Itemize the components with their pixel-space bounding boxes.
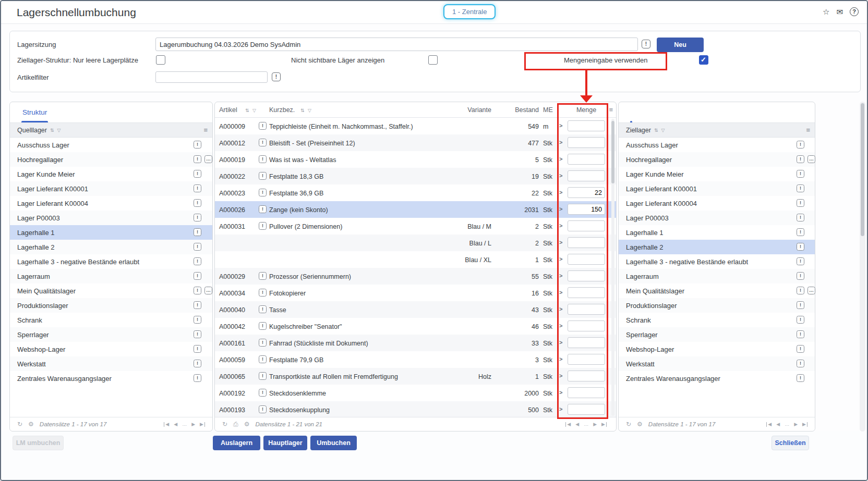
mail-icon[interactable]: ✉ — [836, 8, 843, 16]
storage-bin-info-icon[interactable]: ! — [194, 374, 201, 382]
umbuchen-button[interactable]: Umbuchen — [310, 436, 357, 450]
storage-bin-info-icon[interactable]: ! — [194, 272, 201, 280]
artikelfilter-info-icon[interactable]: ! — [272, 72, 281, 81]
warehouse-row[interactable]: Lagerhalle 2 ! — [10, 240, 212, 254]
warehouse-row[interactable]: Zentrales Warenausgangslager ! — [10, 371, 212, 386]
warehouse-row[interactable]: Sperrlager ! — [619, 327, 815, 342]
hauptlager-button[interactable]: Hauptlager — [263, 436, 307, 450]
article-info-icon[interactable]: ! — [259, 189, 267, 196]
menge-input[interactable] — [568, 254, 605, 265]
warehouse-row[interactable]: Webshop-Lager ! — [619, 342, 815, 356]
warehouse-row[interactable]: Lagerhalle 3 - negative Bestände erlaubt… — [619, 254, 815, 269]
storage-bin-info-icon[interactable]: ! — [194, 316, 201, 324]
menge-input[interactable] — [568, 187, 605, 198]
article-info-icon[interactable]: ! — [259, 372, 267, 380]
first-page-icon[interactable]: ◀ — [766, 422, 771, 427]
storage-bin-info-icon[interactable]: ! — [194, 141, 201, 149]
storage-bin-info-icon[interactable]: ! — [797, 360, 804, 367]
article-info-icon[interactable]: ! — [259, 405, 267, 413]
article-row[interactable]: A000161 ! Fahrrad (Stückliste mit Dokume… — [215, 335, 616, 351]
storage-bin-info-icon[interactable]: ! — [797, 170, 804, 178]
article-row[interactable]: A000022 ! Festplatte 18,3 GB 19 Stk > — [215, 168, 616, 184]
last-page-icon[interactable]: ▶ — [601, 422, 607, 427]
warehouse-row[interactable]: Lagerhalle 1 ! — [10, 225, 212, 240]
storage-bin-info-icon[interactable]: ! — [194, 170, 201, 178]
article-row[interactable]: A000065 ! Transportkiste auf Rollen mit … — [215, 368, 616, 385]
menge-input[interactable] — [568, 154, 605, 165]
warehouse-row[interactable]: Lagerhalle 3 - negative Bestände erlaubt… — [10, 254, 212, 269]
next-page-icon[interactable]: ▶ — [794, 422, 798, 427]
more-pages-icon[interactable]: … — [584, 422, 588, 427]
scrollbar-thumb[interactable] — [611, 121, 614, 183]
storage-bin-info-icon[interactable]: ! — [194, 243, 201, 251]
warehouse-row[interactable]: Mein Qualitätslager ! … — [619, 283, 815, 298]
column-menu-icon[interactable]: ≡ — [203, 126, 208, 134]
storage-bin-info-icon[interactable]: ! — [797, 155, 804, 163]
tab-struktur-quelllager[interactable]: Struktur — [22, 102, 47, 122]
storage-bin-info-icon[interactable]: ! — [797, 330, 804, 338]
storage-bin-info-icon[interactable]: ! — [797, 257, 804, 265]
article-row[interactable]: A000026 ! Zange (kein Skonto) 2031 Stk > — [215, 201, 616, 218]
article-row[interactable]: Blau / XL 1 Stk > — [215, 251, 616, 268]
storage-bin-info-icon[interactable]: ! — [194, 301, 201, 309]
storage-bin-info-icon[interactable]: ! — [797, 243, 804, 251]
storage-bin-info-icon[interactable]: ! — [797, 199, 804, 207]
menge-input[interactable] — [568, 237, 605, 248]
article-info-icon[interactable]: ! — [259, 339, 267, 347]
article-info-icon[interactable]: ! — [259, 289, 267, 297]
warehouse-row[interactable]: Werkstatt ! — [619, 356, 815, 371]
warehouse-row[interactable]: Hochregallager ! … — [619, 152, 815, 167]
gear-icon[interactable]: ⚙ — [28, 421, 34, 427]
menge-input[interactable] — [568, 404, 605, 415]
article-row[interactable]: A000023 ! Festplatte 36,9 GB 22 Stk > — [215, 184, 616, 201]
next-page-icon[interactable]: ▶ — [191, 422, 195, 427]
warehouse-row[interactable]: Produktionslager ! — [619, 298, 815, 313]
warehouse-row[interactable]: Schrank ! — [10, 313, 212, 327]
warehouse-row[interactable]: Lager Lieferant K00001 ! — [10, 181, 212, 196]
printer-icon[interactable]: ⎙ — [233, 421, 238, 427]
storage-bin-info-icon[interactable]: ! — [194, 330, 201, 338]
menge-input[interactable] — [568, 270, 605, 281]
warehouse-row[interactable]: Webshop-Lager ! — [10, 342, 212, 356]
mengeneingabe-checkbox[interactable] — [699, 55, 708, 65]
storage-bin-info-icon[interactable]: ! — [194, 287, 201, 294]
sort-icon[interactable]: ⇅ — [50, 128, 54, 133]
warehouse-row[interactable]: Produktionslager ! — [10, 298, 212, 313]
menge-input[interactable] — [568, 220, 605, 231]
storage-bin-info-icon[interactable]: ! — [194, 228, 201, 236]
menge-input[interactable] — [568, 137, 605, 148]
storage-bin-info-icon[interactable]: ! — [194, 184, 201, 192]
auslagern-button[interactable]: Auslagern — [213, 436, 260, 450]
comment-icon[interactable]: … — [204, 287, 212, 294]
last-page-icon[interactable]: ▶ — [200, 422, 205, 427]
warehouse-row[interactable]: Lager P00003 ! — [10, 211, 212, 225]
warehouse-row[interactable]: Lagerraum ! — [10, 269, 212, 283]
warehouse-row[interactable]: Werkstatt ! — [10, 356, 212, 371]
gear-icon[interactable]: ⚙ — [244, 421, 250, 427]
column-menu-icon[interactable]: ≡ — [806, 126, 810, 134]
filter-icon[interactable]: ▽ — [308, 108, 311, 113]
menge-input[interactable] — [568, 287, 605, 298]
filter-icon[interactable]: ▽ — [57, 128, 61, 133]
warehouse-row[interactable]: Ausschuss Lager ! — [619, 138, 815, 152]
last-page-icon[interactable]: ▶ — [802, 422, 807, 427]
article-info-icon[interactable]: ! — [259, 122, 267, 130]
article-info-icon[interactable]: ! — [259, 155, 267, 163]
prev-page-icon[interactable]: ◀ — [575, 422, 579, 427]
warehouse-row[interactable]: Ausschuss Lager ! — [10, 138, 212, 152]
mandant-badge[interactable]: 1 - Zentrale — [443, 4, 496, 19]
menge-input[interactable] — [568, 387, 605, 398]
article-info-icon[interactable]: ! — [259, 272, 267, 280]
article-row[interactable]: A000019 ! Was ist was - Weltatlas 5 Stk … — [215, 151, 616, 168]
artikelfilter-input[interactable] — [155, 71, 268, 83]
article-row[interactable]: A000009 ! Teppichleiste (Einheit m. Nach… — [215, 118, 616, 134]
article-info-icon[interactable]: ! — [259, 305, 267, 313]
storage-bin-info-icon[interactable]: ! — [194, 360, 201, 367]
warehouse-row[interactable]: Lagerhalle 2 ! — [619, 240, 815, 254]
article-row[interactable]: A000042 ! Kugelschreiber "Senator" 46 St… — [215, 318, 616, 335]
storage-bin-info-icon[interactable]: ! — [797, 345, 804, 353]
more-pages-icon[interactable]: … — [182, 422, 187, 427]
first-page-icon[interactable]: ◀ — [164, 422, 169, 427]
storage-bin-info-icon[interactable]: ! — [797, 374, 804, 382]
lagersitzung-input[interactable] — [155, 38, 638, 51]
